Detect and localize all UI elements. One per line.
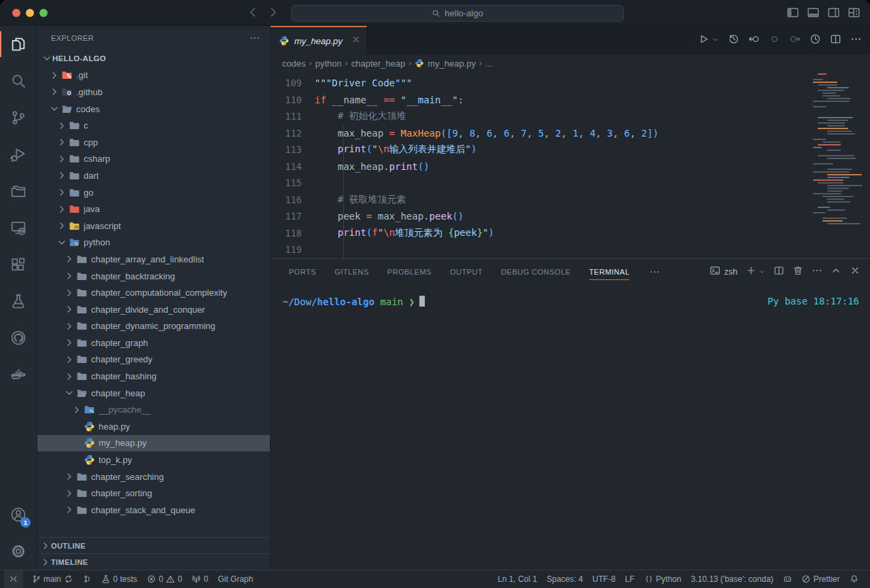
tree-item--github[interactable]: .github	[37, 84, 270, 101]
more-button[interactable]	[850, 33, 862, 48]
tree-item-csharp[interactable]: csharp	[37, 151, 270, 168]
code-line-109[interactable]: 109"""Driver Code"""	[271, 75, 870, 92]
code-line-115[interactable]: 115	[271, 175, 870, 192]
tree-item-top-k-py[interactable]: top_k.py	[37, 451, 270, 468]
activity-remote-explorer[interactable]	[0, 209, 37, 246]
tree-item-chapter-sorting[interactable]: chapter_sorting	[37, 485, 270, 502]
activity-folders[interactable]	[0, 173, 37, 209]
blame-clock-button[interactable]	[810, 33, 821, 48]
sidebar-section-timeline[interactable]: TIMELINE	[37, 553, 270, 570]
status-remote[interactable]	[4, 570, 23, 588]
status-copilot[interactable]	[778, 574, 797, 584]
chevron-up-button[interactable]	[831, 265, 841, 279]
code-line-119[interactable]: 119	[271, 241, 870, 258]
code-line-116[interactable]: 116 # 获取堆顶元素	[271, 192, 870, 209]
code-line-117[interactable]: 117 peek = max_heap.peek()	[271, 208, 870, 225]
status-python-interpreter[interactable]: 3.10.13 ('base': conda)	[686, 574, 778, 584]
tree-item-javascript[interactable]: JSjavascript	[37, 218, 270, 235]
tree-root-hello-algo[interactable]: HELLO-ALGO	[37, 50, 270, 67]
tree-item-java[interactable]: java	[37, 201, 270, 218]
tree-item-dart[interactable]: dart	[37, 167, 270, 184]
status-prettier[interactable]: Prettier	[797, 574, 844, 584]
close-window-button[interactable]	[12, 9, 20, 17]
tree-item--git[interactable]: .git	[37, 67, 270, 84]
activity-accounts[interactable]: 1	[0, 496, 37, 533]
more-button[interactable]	[812, 265, 822, 279]
tree-item--pycache-[interactable]: __pycache__	[37, 401, 270, 418]
code-line-113[interactable]: 113 print("\n输入列表并建堆后")	[271, 141, 870, 158]
status-eol[interactable]: LF	[621, 574, 640, 584]
tab-close-icon[interactable]	[351, 35, 361, 47]
terminal-button[interactable]	[710, 265, 720, 279]
tree-item-heap-py[interactable]: heap.py	[37, 418, 270, 435]
status-git-branch[interactable]: main	[27, 570, 78, 588]
tree-item-chapter-backtracking[interactable]: chapter_backtracking	[37, 268, 270, 285]
status-cursor-position[interactable]: Ln 1, Col 1	[493, 574, 542, 584]
activity-docker[interactable]	[0, 356, 37, 393]
status-tests[interactable]: 0 tests	[97, 570, 142, 588]
layout-sidebar-left-button[interactable]	[786, 6, 799, 22]
chevron-down-button[interactable]	[765, 266, 765, 278]
panel-tabs-more-button[interactable]	[649, 266, 660, 277]
code-line-118[interactable]: 118 print(f"\n堆顶元素为 {peek}")	[271, 225, 870, 242]
breadcrumb-item[interactable]: codes	[282, 58, 306, 69]
split-editor-button[interactable]	[773, 265, 784, 279]
prev-change-button[interactable]	[748, 33, 760, 48]
breadcrumb-item[interactable]: python	[315, 58, 342, 69]
tree-item-chapter-stack-and-queue[interactable]: chapter_stack_and_queue	[37, 502, 270, 519]
tree-item-cpp[interactable]: cpp	[37, 134, 270, 151]
activity-search[interactable]	[0, 63, 37, 99]
status-language-mode[interactable]: Python	[640, 574, 686, 584]
panel-tab-problems[interactable]: PROBLEMS	[387, 259, 432, 285]
status-ports[interactable]: 0	[187, 570, 213, 588]
tree-item-chapter-dynamic-programming[interactable]: chapter_dynamic_programming	[37, 318, 270, 335]
chevron-down-button[interactable]	[718, 34, 719, 46]
status-gitlens[interactable]	[78, 570, 97, 588]
activity-github[interactable]	[0, 319, 37, 356]
editor-scrollbar[interactable]	[863, 54, 870, 258]
layout-panel-button[interactable]	[807, 6, 820, 22]
editor-pane[interactable]: codes›python›chapter_heap›my_heap.py›...…	[271, 54, 870, 258]
breadcrumb-item[interactable]: ...	[485, 58, 493, 69]
tree-item-my-heap-py[interactable]: my_heap.py	[37, 435, 270, 452]
code-line-114[interactable]: 114 max_heap.print()	[271, 158, 870, 175]
tree-item-chapter-hashing[interactable]: chapter_hashing	[37, 368, 270, 385]
next-change-button[interactable]	[789, 33, 801, 48]
history-button[interactable]	[728, 33, 740, 48]
run-button[interactable]	[697, 33, 709, 48]
panel-tab-ports[interactable]: PORTS	[289, 259, 316, 285]
add-button[interactable]	[746, 265, 756, 279]
breadcrumb-item[interactable]: my_heap.py	[428, 58, 476, 69]
activity-testing[interactable]	[0, 283, 37, 319]
tree-item-chapter-array-and-linkedlist[interactable]: chapter_array_and_linkedlist	[37, 251, 270, 268]
tree-item-codes[interactable]: codes	[37, 101, 270, 118]
tree-item-c[interactable]: c	[37, 117, 270, 134]
status-git-graph[interactable]: Git Graph	[213, 570, 258, 588]
code-line-111[interactable]: 111 # 初始化大顶堆	[271, 108, 870, 125]
circle-dim-button[interactable]	[769, 33, 780, 48]
tree-item-chapter-greedy[interactable]: chapter_greedy	[37, 351, 270, 368]
split-editor-button[interactable]	[830, 33, 841, 48]
panel-tab-debug-console[interactable]: DEBUG CONSOLE	[501, 259, 570, 285]
status-encoding[interactable]: UTF-8	[588, 574, 621, 584]
layout-customize-button[interactable]	[848, 6, 860, 22]
tree-item-chapter-graph[interactable]: chapter_graph	[37, 334, 270, 351]
minimize-window-button[interactable]	[26, 9, 34, 17]
status-problems[interactable]: 00	[142, 570, 187, 588]
sidebar-section-outline[interactable]: OUTLINE	[37, 537, 270, 553]
tree-item-chapter-searching[interactable]: chapter_searching	[37, 468, 270, 485]
tree-item-go[interactable]: go	[37, 184, 270, 201]
activity-run-and-debug[interactable]	[0, 136, 37, 173]
panel-tab-gitlens[interactable]: GITLENS	[334, 259, 369, 285]
terminal[interactable]: ~/Dow/hello-algo main ❯ Py base 18:17:16	[271, 285, 870, 570]
panel-tab-terminal[interactable]: TERMINAL	[589, 259, 630, 285]
tree-item-chapter-heap[interactable]: chapter_heap	[37, 385, 270, 402]
maximize-window-button[interactable]	[39, 9, 48, 17]
explorer-more-actions-button[interactable]	[249, 33, 260, 44]
activity-source-control[interactable]	[0, 99, 37, 136]
tree-item-python[interactable]: python	[37, 235, 270, 252]
layout-sidebar-right-button[interactable]	[827, 6, 840, 22]
tab-my-heap[interactable]: my_heap.py	[271, 26, 367, 54]
panel-tab-output[interactable]: OUTPUT	[450, 259, 483, 285]
status-notifications[interactable]	[845, 574, 864, 584]
